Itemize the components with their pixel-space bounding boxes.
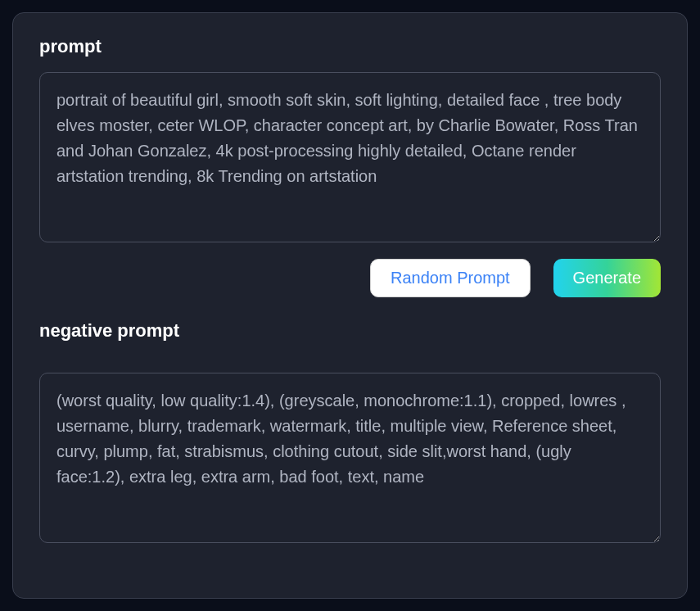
random-prompt-button[interactable]: Random Prompt [370,259,531,297]
negative-prompt-label: negative prompt [39,320,661,342]
prompt-panel: prompt Random Prompt Generate negative p… [12,12,688,599]
prompt-label: prompt [39,36,661,57]
negative-prompt-input[interactable] [39,373,661,543]
button-row: Random Prompt Generate [39,259,661,297]
negative-section: negative prompt [39,320,661,546]
prompt-input[interactable] [39,72,661,242]
generate-button[interactable]: Generate [553,259,661,297]
